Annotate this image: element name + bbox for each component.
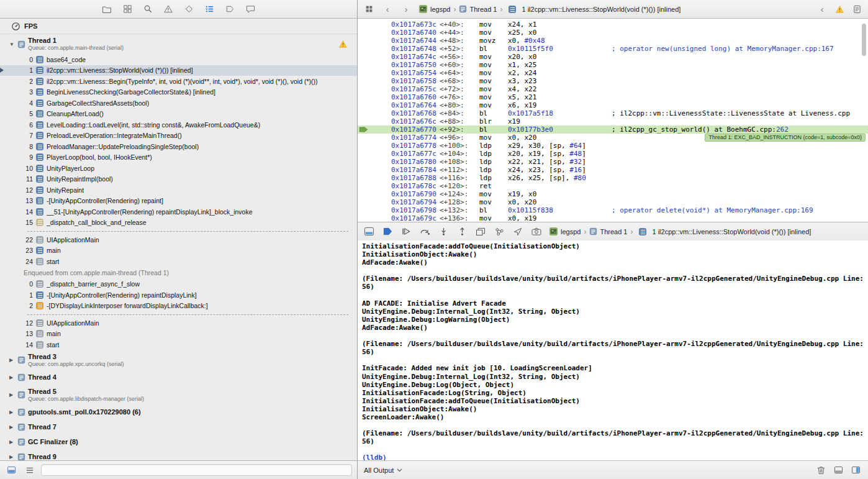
output-filter-popup[interactable]: All Output	[364, 467, 402, 474]
asm-line[interactable]: 0x1017a677c<+104>:ldpx20, x19, [sp, #48]	[358, 150, 868, 158]
trash-button[interactable]	[815, 464, 827, 477]
breakpoint-navigator-button[interactable]	[224, 3, 236, 16]
stack-frame-row[interactable]: 5CleanupAfterLoad()	[0, 109, 357, 120]
asm-line[interactable]: 0x1017a675c<+72>:movx4, x22	[358, 85, 868, 93]
asm-line[interactable]: 0x1017a679c<+136>:movx0, x19	[358, 214, 868, 222]
expand-triangle-icon[interactable]: ▶	[9, 375, 17, 380]
stack-frame-row[interactable]: 9PlayerLoop(bool, bool, IHookEvent*)	[0, 152, 357, 163]
expand-triangle-icon[interactable]: ▶	[9, 357, 17, 363]
asm-line[interactable]: 0x1017a6760<+76>:movx5, x21	[358, 93, 868, 101]
back-button[interactable]: ‹	[381, 3, 394, 16]
collapse-triangle-icon[interactable]: ▼	[9, 42, 17, 47]
console-output[interactable]: InitialisationFacade:addToQueue(Initiali…	[358, 240, 868, 460]
stack-frame-row[interactable]: 22UIApplicationMain	[0, 234, 357, 245]
stack-frame-row[interactable]: 2il2cpp::vm::Liveness::Begin(TypeInfo*, …	[0, 76, 357, 87]
report-navigator-button[interactable]	[244, 3, 256, 16]
stack-frame-row[interactable]: 23main	[0, 245, 357, 257]
asm-line[interactable]: 0x1017a6784<+112>:ldpx24, x23, [sp, #16]	[358, 166, 868, 174]
thread-row[interactable]: ▶Thread 9	[0, 450, 357, 461]
asm-line[interactable]: 0x1017a6758<+68>:movx3, x23	[358, 77, 868, 85]
warning-issues-icon[interactable]	[833, 3, 846, 16]
process-view-toggle-button[interactable]	[5, 464, 17, 477]
breadcrumb-project[interactable]: legspd	[418, 4, 450, 14]
dock-bottom-button[interactable]	[832, 464, 844, 477]
asm-line[interactable]: 0x1017a674c<+56>:movx20, x0	[358, 53, 868, 61]
stack-frame-row[interactable]: 10UnityPlayerLoop	[0, 163, 357, 174]
breadcrumb-thread[interactable]: Thread 1	[459, 5, 497, 13]
gauge-row-fps[interactable]: FPS	[0, 19, 357, 34]
stack-frame-row[interactable]: 24start	[0, 256, 357, 267]
stack-frame-row[interactable]: 6LevelLoading::LoadLevel(int, std::strin…	[0, 119, 357, 130]
asm-line[interactable]: 0x1017a6748<+52>:bl0x10115f5f0; operator…	[358, 45, 868, 53]
thread-row[interactable]: ▶gputools.smt_poll.0x170229080 (6)	[0, 405, 357, 420]
thread-row[interactable]: ▶GC Finalizer (8)	[0, 435, 357, 450]
dock-right-button[interactable]	[849, 464, 862, 477]
asm-line[interactable]: 0x1017a676c<+88>:blrx19	[358, 117, 868, 125]
asm-line[interactable]: 0x1017a6794<+128>:movx0, x20	[358, 198, 868, 206]
stack-frame-row[interactable]: 1-[UnityAppController(Rendering) repaint…	[0, 290, 357, 301]
breadcrumb-frame[interactable]: 1 il2cpp::vm::Liveness::StopWorld(void (…	[505, 6, 680, 13]
thread-row[interactable]: ▶Thread 7	[0, 420, 357, 435]
stack-frame-row[interactable]: 3BeginLivenessChecking(GarbageCollectorS…	[0, 87, 357, 98]
breadcrumb-thread[interactable]: Thread 1	[589, 227, 627, 235]
symbol-navigator-button[interactable]	[121, 3, 133, 16]
stack-frame-row[interactable]: 12UIApplicationMain	[0, 317, 357, 329]
project-navigator-button[interactable]	[101, 3, 113, 16]
asm-line[interactable]: 0x1017a6780<+108>:ldpx22, x21, [sp, #32]	[358, 158, 868, 166]
asm-line[interactable]: 0x1017a678c<+120>:ret	[358, 182, 868, 190]
stack-frame-row[interactable]: 0_dispatch_barrier_async_f_slow	[0, 279, 357, 290]
asm-line[interactable]: 0x1017a6768<+84>:bl0x1017a5f18; il2cpp::…	[358, 109, 868, 117]
document-items-button[interactable]	[851, 3, 863, 16]
stack-frame-row[interactable]: 15_dispatch_call_block_and_release	[0, 217, 357, 229]
memory-graph-button[interactable]	[493, 226, 505, 238]
warning-icon[interactable]	[339, 40, 347, 48]
asm-line[interactable]: 0x1017a6744<+48>:movzx0, #0x48	[358, 37, 868, 45]
stack-filter-field[interactable]	[41, 464, 352, 476]
stack-frame-row[interactable]: 2-[DYDisplayLinkInterposer forwardDispla…	[0, 301, 357, 312]
counterpart-back-button[interactable]: ‹	[816, 3, 828, 16]
stack-frame-row[interactable]: 0base64_code	[0, 54, 357, 65]
stack-frame-row[interactable]: 14start	[0, 339, 357, 350]
step-over-button[interactable]	[418, 226, 431, 238]
asm-line[interactable]: 0x1017a6778<+100>:ldpx29, x30, [sp, #64]	[358, 142, 868, 150]
breadcrumb-project[interactable]: legspd	[549, 227, 581, 236]
debug-navigator-button[interactable]	[203, 3, 215, 16]
stack-frame-row[interactable]: 8PreloadManager::UpdatePreloadingSingleS…	[0, 141, 357, 152]
stack-frame-row[interactable]: 1il2cpp::vm::Liveness::StopWorld(void (*…	[0, 65, 357, 76]
asm-line[interactable]: 0x1017a673c<+40>:movx24, x1	[358, 21, 868, 29]
flat-list-toggle-button[interactable]	[24, 464, 36, 477]
asm-line[interactable]: 0x1017a6788<+116>:ldpx26, x25, [sp], #80	[358, 174, 868, 182]
expand-triangle-icon[interactable]: ▶	[9, 454, 17, 460]
expand-triangle-icon[interactable]: ▶	[9, 409, 17, 415]
stack-frame-row[interactable]: 4GarbageCollectSharedAssets(bool)	[0, 98, 357, 109]
asm-line[interactable]: 0x1017a6764<+80>:movx6, x19	[358, 101, 868, 109]
debug-view-hierarchy-button[interactable]	[474, 226, 487, 238]
forward-button[interactable]: ›	[400, 3, 412, 16]
step-into-button[interactable]	[437, 226, 450, 238]
scrollbar-thumb[interactable]	[862, 24, 866, 56]
expand-triangle-icon[interactable]: ▶	[9, 424, 17, 430]
thread-row[interactable]: ▼Thread 1Queue: com.apple.main-thread (s…	[0, 34, 357, 54]
stack-frame-row[interactable]: 7PreloadLevelOperation::IntegrateMainThr…	[0, 130, 357, 142]
step-out-button[interactable]	[456, 226, 468, 238]
expand-triangle-icon[interactable]: ▶	[9, 392, 17, 398]
breakpoints-toggle-button[interactable]	[381, 226, 394, 238]
stack-frame-row[interactable]: 12UnityRepaint	[0, 185, 357, 196]
expand-triangle-icon[interactable]: ▶	[9, 439, 17, 445]
stack-frame-row[interactable]: 11UnityRepaintImpl(bool)	[0, 174, 357, 185]
issue-navigator-button[interactable]	[162, 3, 174, 16]
stack-frame-row[interactable]: 14__51-[UnityAppController(Rendering) re…	[0, 206, 357, 217]
stack-frame-row[interactable]: 13main	[0, 329, 357, 340]
thread-row[interactable]: ▶Thread 4	[0, 370, 357, 385]
asm-line[interactable]: 0x1017a6798<+132>:bl0x10115f838; operato…	[358, 206, 868, 214]
asm-line[interactable]: 0x1017a6750<+60>:movx1, x25	[358, 61, 868, 69]
find-navigator-button[interactable]	[142, 3, 154, 16]
asm-line[interactable]: 0x1017a6740<+44>:movx25, x0	[358, 29, 868, 37]
thread-row[interactable]: ▶Thread 5Queue: com.apple.libdispatch-ma…	[0, 385, 357, 405]
asm-line[interactable]: 0x1017a6774<+96>:movx0, x20Thread 1: EXC…	[358, 134, 868, 142]
disassembly-editor[interactable]: 0x1017a673c<+40>:movx24, x10x1017a6740<+…	[358, 19, 868, 222]
stack-frame-row[interactable]: 13-[UnityAppController(Rendering) repain…	[0, 196, 357, 207]
hide-debug-area-button[interactable]	[363, 226, 375, 238]
test-navigator-button[interactable]	[183, 3, 195, 16]
screenshot-button[interactable]	[530, 226, 543, 238]
